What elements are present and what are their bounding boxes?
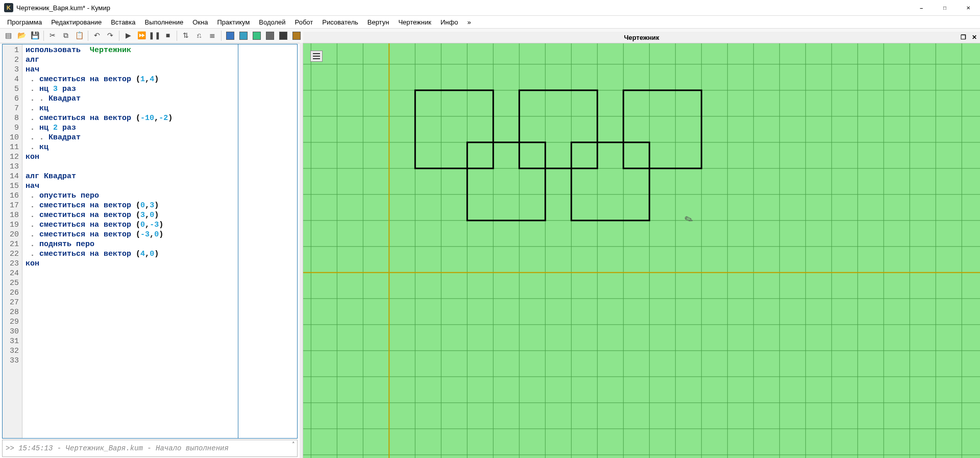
code-line[interactable]: . поднять перо	[26, 239, 235, 249]
line-number: 29	[3, 317, 22, 327]
line-number: 24	[3, 269, 22, 278]
line-number: 16	[3, 191, 22, 201]
output-console[interactable]: >> 15:45:13 - Чертежник_Варя.kum - Начал…	[2, 440, 298, 457]
step-icon[interactable]: ⏩	[135, 30, 148, 42]
line-number: 14	[3, 172, 22, 181]
line-number: 17	[3, 201, 22, 210]
close-button[interactable]: ✕	[957, 0, 980, 15]
code-line[interactable]: . сместиться на вектор (-10,-2)	[26, 113, 235, 123]
line-number: 18	[3, 210, 22, 220]
menu-рисователь[interactable]: Рисователь	[318, 17, 362, 27]
minimize-button[interactable]: ‒	[910, 0, 933, 15]
line-number: 6	[3, 94, 22, 104]
maximize-button[interactable]: □	[933, 0, 957, 15]
paste-icon[interactable]: 📋	[73, 30, 85, 42]
menu-робот[interactable]: Робот	[291, 17, 317, 27]
code-line[interactable]: использовать Чертежник	[26, 45, 235, 55]
line-number: 4	[3, 75, 22, 84]
line-number: 20	[3, 230, 22, 239]
save-icon[interactable]: 💾	[29, 30, 41, 42]
cut-icon[interactable]: ✂	[46, 30, 59, 42]
menu-чертежник[interactable]: Чертежник	[394, 17, 435, 27]
code-line[interactable]: . . Квадрат	[26, 133, 235, 142]
module-icon-3[interactable]	[251, 30, 263, 42]
code-line[interactable]: кон	[26, 259, 235, 269]
line-number: 3	[3, 65, 22, 75]
menu-bar: ПрограммаРедактированиеВставкаВыполнение…	[0, 16, 980, 28]
copy-icon[interactable]: ⧉	[60, 30, 72, 42]
line-number-gutter: 1234567891011121314151617181920212223242…	[3, 44, 22, 438]
menu-вертун[interactable]: Вертун	[363, 17, 394, 27]
line-number: 23	[3, 259, 22, 269]
run-icon[interactable]: ▶	[122, 30, 134, 42]
code-area[interactable]: использовать Чертежникалгнач . сместитьс…	[22, 44, 238, 438]
menu-выполнение[interactable]: Выполнение	[140, 17, 187, 27]
module-icon-2[interactable]	[237, 30, 250, 42]
menu-»[interactable]: »	[463, 17, 475, 27]
code-line[interactable]: . сместиться на вектор (3,0)	[26, 210, 235, 220]
code-line[interactable]: . опустить перо	[26, 191, 235, 201]
line-number: 2	[3, 55, 22, 65]
code-line[interactable]: . сместиться на вектор (-3,0)	[26, 230, 235, 239]
module-icon-6[interactable]	[290, 30, 303, 42]
code-line[interactable]: . кц	[26, 142, 235, 152]
drawer-canvas[interactable]: ✎	[303, 43, 980, 458]
menu-инфо[interactable]: Инфо	[436, 17, 462, 27]
code-line[interactable]: кон	[26, 152, 235, 162]
code-line[interactable]	[26, 162, 235, 172]
line-number: 15	[3, 181, 22, 191]
line-number: 26	[3, 288, 22, 298]
line-number: 28	[3, 307, 22, 317]
line-number: 13	[3, 162, 22, 172]
code-line[interactable]: нач	[26, 65, 235, 75]
window-title: Чертежник_Варя.kum* - Кумир	[16, 4, 110, 12]
console-scroll-up-icon[interactable]: ˄	[292, 441, 295, 448]
drawer-panel: Чертежник ❐ ✕ ✎	[303, 43, 980, 458]
toggle-icon-2[interactable]: ⎌	[193, 30, 205, 42]
svg-rect-48	[415, 90, 493, 168]
code-line[interactable]: . кц	[26, 104, 235, 113]
line-number: 11	[3, 142, 22, 152]
menu-водолей[interactable]: Водолей	[255, 17, 289, 27]
new-file-icon[interactable]: ▤	[2, 30, 14, 42]
code-line[interactable]: . . Квадрат	[26, 94, 235, 104]
window-titlebar: K Чертежник_Варя.kum* - Кумир ‒ □ ✕	[0, 0, 980, 16]
stop-icon[interactable]: ■	[162, 30, 174, 42]
code-line[interactable]: алг	[26, 55, 235, 65]
undo-icon[interactable]: ↶	[91, 30, 103, 42]
code-line[interactable]: . сместиться на вектор (0,3)	[26, 201, 235, 210]
menu-программа[interactable]: Программа	[3, 17, 46, 27]
line-number: 22	[3, 249, 22, 259]
line-number: 27	[3, 298, 22, 307]
app-icon: K	[4, 3, 13, 12]
line-number: 1	[3, 45, 22, 55]
toggle-icon-3[interactable]: ≣	[206, 30, 218, 42]
menu-вставка[interactable]: Вставка	[107, 17, 139, 27]
code-line[interactable]: нач	[26, 181, 235, 191]
redo-icon[interactable]: ↷	[104, 30, 116, 42]
module-icon-5[interactable]	[277, 30, 289, 42]
line-number: 10	[3, 133, 22, 142]
code-line[interactable]: . сместиться на вектор (1,4)	[26, 75, 235, 84]
svg-rect-52	[571, 142, 649, 221]
code-line[interactable]: . сместиться на вектор (4,0)	[26, 249, 235, 259]
line-number: 32	[3, 346, 22, 356]
editor-panel: 1234567891011121314151617181920212223242…	[0, 43, 300, 458]
line-number: 5	[3, 84, 22, 94]
module-icon-1[interactable]	[224, 30, 236, 42]
code-editor[interactable]: 1234567891011121314151617181920212223242…	[2, 44, 298, 439]
menu-редактирование[interactable]: Редактирование	[47, 17, 106, 27]
code-line[interactable]: . нц 2 раз	[26, 123, 235, 133]
code-line[interactable]: . сместиться на вектор (0,-3)	[26, 220, 235, 230]
code-line[interactable]: алг Квадрат	[26, 172, 235, 181]
open-file-icon[interactable]: 📂	[15, 30, 28, 42]
line-number: 30	[3, 327, 22, 336]
menu-практикум[interactable]: Практикум	[213, 17, 254, 27]
line-number: 19	[3, 220, 22, 230]
toggle-icon-1[interactable]: ⇅	[180, 30, 192, 42]
code-line[interactable]: . нц 3 раз	[26, 84, 235, 94]
module-icon-4[interactable]	[264, 30, 276, 42]
canvas-menu-icon[interactable]	[310, 51, 323, 62]
pause-icon[interactable]: ❚❚	[149, 30, 161, 42]
menu-окна[interactable]: Окна	[188, 17, 212, 27]
